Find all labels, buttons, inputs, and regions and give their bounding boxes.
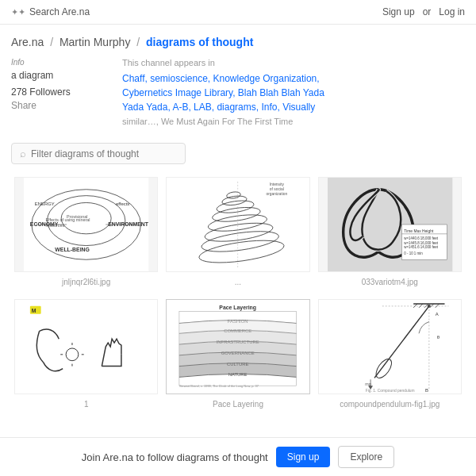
svg-text:Fig. 1. Compound pendulum: Fig. 1. Compound pendulum [365,389,414,393]
image-container-4: M [14,299,158,394]
channel-link-4[interactable]: Yada Yada, [122,102,171,113]
more-channels: similar…, We Must Again For The First Ti… [122,117,293,126]
svg-text:w=1440.6  18,000 feet: w=1440.6 18,000 feet [404,236,438,240]
share-link[interactable]: Share [11,100,98,111]
bottom-bar: Join Are.na to follow diagrams of though… [0,437,476,476]
svg-text:of social: of social [270,187,284,191]
svg-text:Time    Max Height: Time Max Height [404,229,434,233]
breadcrumb-user[interactable]: Martin Murphy [60,36,130,48]
signup-link[interactable]: Sign up [382,6,415,17]
breadcrumb-arena[interactable]: Are.na [11,36,44,48]
appears-label: This channel appears in [122,58,324,67]
nav-or: or [423,6,432,17]
svg-text:ENVIRONMENT: ENVIRONMENT [108,221,149,227]
svg-text:ENERGY: ENERGY [35,202,55,206]
channel-list: Chaff, semioscience, Knowledge Organizat… [122,71,324,129]
svg-text:WELL-BEING: WELL-BEING [55,247,90,252]
svg-rect-35 [24,300,148,393]
info-section: Info a diagram 278 Followers Share This … [0,53,476,136]
grid-item-3[interactable]: Time Max Height w=1440.6 18,000 feet w=1… [315,172,465,293]
svg-text:B: B [425,388,428,393]
svg-text:Intensity: Intensity [270,182,285,186]
image-container-6: A B θ mg Fig. 1. Compound pendulum [318,299,462,394]
item-3-label: 033variotm4.jpg [362,278,418,286]
login-link[interactable]: Log in [439,6,465,17]
followers-count: 278 Followers [11,86,98,98]
channel-info-left: Info a diagram 278 Followers Share [11,58,98,129]
channel-link-2[interactable]: Cybernetics Image Library, [122,87,236,98]
channel-link-3[interactable]: Blah Blah Blah Yada [238,87,324,98]
breadcrumb-sep1: / [50,36,53,48]
signup-button[interactable]: Sign up [276,447,331,467]
channel-link-1[interactable]: Chaff, semioscience, Knowledge Organizat… [122,73,320,84]
svg-text:Stewart Brand, c. 1999, The Cl: Stewart Brand, c. 1999, The Clock of the… [179,384,259,388]
top-nav: ✦✦ Search Are.na Sign up or Log in [0,0,476,25]
search-input[interactable] [31,148,177,159]
nav-auth: Sign up or Log in [382,6,465,17]
channel-link-5[interactable]: A-B, LAB, diagrams, Info, Visually [172,102,315,113]
svg-rect-53 [328,300,452,393]
image-container-3: Time Max Height w=1440.6 18,000 feet w=1… [318,177,462,272]
grid-item-1[interactable]: ENERGY effects ECONOMY ENVIRONMENT WELL-… [11,172,161,293]
svg-text:w=1445.8  16,000 feet: w=1445.8 16,000 feet [404,241,438,245]
svg-text:M: M [32,308,36,313]
svg-text:0 - 10    1 min: 0 - 10 1 min [404,251,423,255]
search-wrapper: ⌕ [11,143,186,164]
grid-item-6[interactable]: A B θ mg Fig. 1. Compound pendulum compo… [315,294,465,415]
svg-text:organization: organization [267,192,288,196]
item-1-label: jnljnqr2l6ti.jpg [62,278,110,286]
breadcrumb-sep2: / [136,36,140,48]
svg-text:θ: θ [436,335,439,340]
join-text: Join Are.na to follow diagrams of though… [82,451,268,463]
grid-item-4[interactable]: M 1 [11,294,161,415]
svg-text:Pace Layering: Pace Layering [220,305,257,311]
item-5-label: Pace Layering [213,400,263,409]
search-icon: ⌕ [20,148,26,159]
item-4-label: 1 [84,400,89,409]
image-container-2: Intensity of social organization [166,177,309,272]
content-grid: ENERGY effects ECONOMY ENVIRONMENT WELL-… [0,172,476,415]
grid-item-5[interactable]: Pace Layering FASHION COMMERCE INFRASTRU… [163,294,313,415]
type-value: a diagram [11,70,98,81]
breadcrumb: Are.na / Martin Murphy / diagrams of tho… [0,25,476,53]
svg-text:A: A [435,312,438,317]
type-label: Info [11,58,98,67]
image-container-5: Pace Layering FASHION COMMERCE INFRASTRU… [166,299,309,394]
channel-info-right: This channel appears in Chaff, semioscie… [122,58,324,129]
svg-text:w=1451.6  14,000 feet: w=1451.6 14,000 feet [404,245,438,249]
star-icon: ✦✦ [11,7,25,17]
grid-item-2[interactable]: Intensity of social organization ... [163,172,313,293]
item-2-label: ... [235,278,241,286]
image-container-1: ENERGY effects ECONOMY ENVIRONMENT WELL-… [14,177,158,272]
svg-text:effects: effects [116,202,129,206]
nav-search[interactable]: ✦✦ Search Are.na [11,6,90,17]
search-bar: ⌕ [0,136,476,172]
svg-text:Provisional: Provisional [67,214,87,219]
svg-text:resources: resources [46,223,65,228]
item-6-label: compoundpendulum-fig1.jpg [340,400,440,409]
explore-button[interactable]: Explore [338,446,394,468]
breadcrumb-channel: diagrams of thought [146,36,253,48]
nav-search-label: Search Are.na [29,6,90,17]
